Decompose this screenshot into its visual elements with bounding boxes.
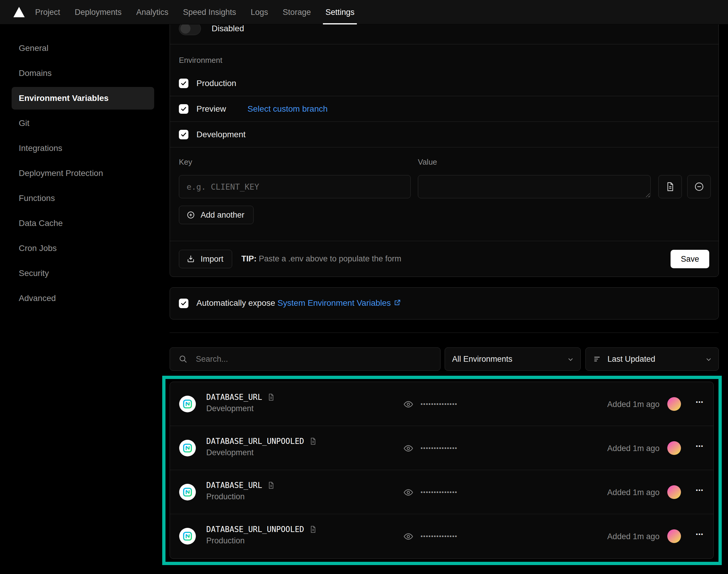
environment-checkbox[interactable] <box>179 130 188 139</box>
sidebar-item[interactable]: Functions <box>12 187 154 210</box>
tip-bold: TIP: <box>241 254 257 263</box>
env-variable-row[interactable]: DATABASE_URL_UNPOOLED Production •••••••… <box>170 514 714 558</box>
nav-tab[interactable]: Settings <box>325 0 354 25</box>
added-timestamp: Added 1m ago <box>607 488 659 497</box>
env-variable-names: DATABASE_URL Production <box>206 481 275 501</box>
environment-filter-dropdown[interactable]: All Environments <box>445 347 581 371</box>
sidebar-item[interactable]: Git <box>12 112 154 134</box>
nav-tabs: ProjectDeploymentsAnalyticsSpeed Insight… <box>35 0 354 25</box>
sidebar-item[interactable]: Cron Jobs <box>12 237 154 259</box>
user-avatar <box>667 485 681 499</box>
sidebar-item[interactable]: Data Cache <box>12 212 154 235</box>
search-input[interactable] <box>195 354 440 364</box>
check-icon <box>180 300 187 306</box>
env-variable-name: DATABASE_URL <box>206 481 262 490</box>
row-actions-menu[interactable]: ••• <box>693 399 706 406</box>
vercel-logo-icon[interactable] <box>13 6 25 18</box>
row-actions-menu[interactable]: ••• <box>693 443 706 450</box>
check-icon <box>180 80 187 87</box>
neon-logo-icon <box>182 487 193 497</box>
system-env-variables-link[interactable]: System Environment Variables <box>277 298 391 308</box>
env-variable-row[interactable]: DATABASE_URL Development •••••••••••••• … <box>170 382 714 426</box>
tip-text: TIP: Paste a .env above to populate the … <box>241 254 401 263</box>
neon-logo-icon <box>182 531 193 541</box>
top-nav: ProjectDeploymentsAnalyticsSpeed Insight… <box>0 0 728 25</box>
neon-integration-avatar <box>179 528 196 544</box>
vercel-settings-page: ProjectDeploymentsAnalyticsSpeed Insight… <box>0 0 728 574</box>
sidebar-item[interactable]: General <box>12 37 154 59</box>
sort-dropdown[interactable]: Last Updated <box>586 347 719 371</box>
env-variable-list: DATABASE_URL Development •••••••••••••• … <box>170 382 714 559</box>
remove-row-button[interactable] <box>687 175 711 198</box>
settings-sidebar: GeneralDomainsEnvironment VariablesGitIn… <box>0 25 167 312</box>
file-icon <box>665 181 676 192</box>
nav-tab[interactable]: Project <box>35 0 60 25</box>
save-button[interactable]: Save <box>671 250 709 268</box>
environment-checkbox-label: Development <box>197 130 246 139</box>
select-custom-branch-link[interactable]: Select custom branch <box>248 104 328 114</box>
sidebar-item[interactable]: Environment Variables <box>12 87 154 110</box>
expose-text: Automatically expose System Environment … <box>197 298 401 309</box>
user-avatar <box>667 441 681 455</box>
user-avatar <box>667 529 681 543</box>
import-label: Import <box>201 254 223 264</box>
search-icon <box>178 354 188 364</box>
download-icon <box>186 254 195 263</box>
nav-tab[interactable]: Speed Insights <box>183 0 236 25</box>
env-variable-environment: Production <box>206 492 275 501</box>
environment-checkbox[interactable] <box>179 79 188 88</box>
masked-value: •••••••••••••• <box>421 489 458 496</box>
sidebar-item[interactable]: Integrations <box>12 137 154 160</box>
env-variable-row[interactable]: DATABASE_URL Production •••••••••••••• A… <box>170 470 714 514</box>
neon-logo-icon <box>182 443 193 453</box>
nav-tab[interactable]: Deployments <box>75 0 122 25</box>
env-variable-names: DATABASE_URL_UNPOOLED Production <box>206 525 317 545</box>
added-timestamp: Added 1m ago <box>607 444 659 453</box>
reveal-value-eye-icon[interactable] <box>403 443 414 455</box>
env-variable-row[interactable]: DATABASE_URL_UNPOOLED Development ••••••… <box>170 426 714 470</box>
env-variable-environment: Production <box>206 536 317 545</box>
env-variable-name: DATABASE_URL_UNPOOLED <box>206 437 304 446</box>
masked-value: •••••••••••••• <box>421 445 458 452</box>
env-variable-names: DATABASE_URL_UNPOOLED Development <box>206 437 317 457</box>
add-another-button[interactable]: Add another <box>179 206 254 224</box>
filter-row: All Environments Last Updated <box>170 347 719 371</box>
nav-tab[interactable]: Logs <box>251 0 268 25</box>
eye-icon <box>403 531 414 542</box>
reveal-value-eye-icon[interactable] <box>403 531 414 543</box>
nav-tab[interactable]: Analytics <box>136 0 168 25</box>
check-icon <box>180 131 187 138</box>
neon-integration-avatar <box>179 440 196 456</box>
environment-checkbox-row: Development <box>170 122 719 148</box>
environment-checkbox[interactable] <box>179 104 188 114</box>
sidebar-item[interactable]: Security <box>12 262 154 285</box>
expose-checkbox[interactable] <box>179 299 188 308</box>
import-button[interactable]: Import <box>179 250 232 268</box>
added-timestamp: Added 1m ago <box>607 532 659 541</box>
nav-tab[interactable]: Storage <box>283 0 311 25</box>
eye-icon <box>403 399 414 410</box>
environment-filter-label: All Environments <box>452 355 513 364</box>
sidebar-item[interactable]: Deployment Protection <box>12 162 154 184</box>
reveal-value-eye-icon[interactable] <box>403 487 414 499</box>
minus-circle-icon <box>694 181 704 192</box>
form-footer: Import TIP: Paste a .env above to popula… <box>170 241 719 277</box>
sidebar-item[interactable]: Domains <box>12 62 154 85</box>
row-actions-menu[interactable]: ••• <box>693 487 706 494</box>
paste-file-button[interactable] <box>658 175 682 198</box>
sort-label: Last Updated <box>607 355 655 364</box>
plus-circle-icon <box>186 210 195 219</box>
key-input[interactable] <box>179 175 411 198</box>
row-actions-menu[interactable]: ••• <box>693 531 706 538</box>
environment-section-label: Environment <box>179 56 222 65</box>
env-variable-environment: Development <box>206 404 275 413</box>
reveal-value-eye-icon[interactable] <box>403 399 414 411</box>
highlight-border: DATABASE_URL Development •••••••••••••• … <box>162 376 722 565</box>
environment-checkbox-label: Preview <box>197 104 226 114</box>
sidebar-item[interactable]: Advanced <box>12 287 154 310</box>
eye-icon <box>403 487 414 498</box>
note-icon <box>267 481 275 489</box>
external-link-icon <box>393 299 401 309</box>
masked-value: •••••••••••••• <box>421 401 458 408</box>
value-input[interactable] <box>418 175 651 198</box>
